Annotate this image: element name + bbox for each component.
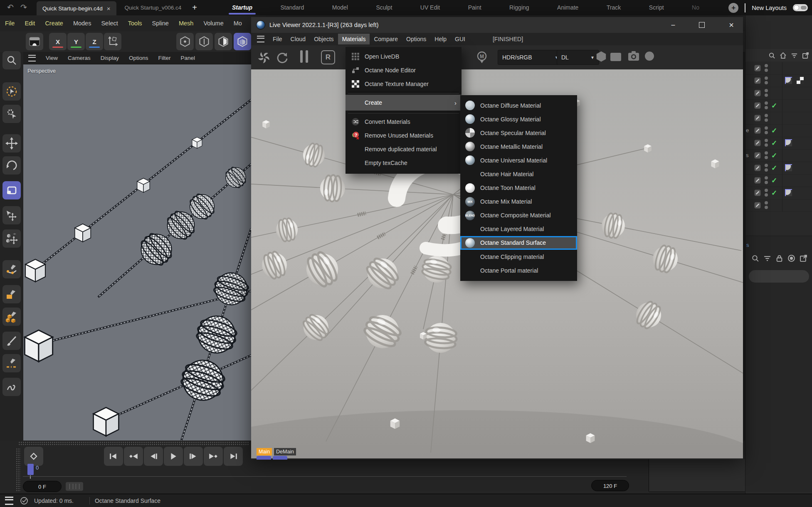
viewer-menu-compare[interactable]: Compare — [370, 34, 402, 44]
state-dots-icon[interactable] — [765, 64, 768, 72]
edit-pencil-icon[interactable] — [754, 115, 761, 121]
hexagon-edges-icon[interactable] — [195, 33, 213, 50]
previous-key-button[interactable] — [124, 447, 143, 466]
search-icon[interactable] — [751, 254, 759, 262]
tag-flag-icon[interactable] — [785, 189, 792, 196]
state-dots-icon[interactable] — [765, 176, 768, 184]
viewport-menu-panel[interactable]: Panel — [181, 55, 195, 61]
enabled-check-icon[interactable]: ✓ — [771, 126, 777, 135]
viewer-menu-cloud[interactable]: Cloud — [286, 34, 310, 44]
menu-edit[interactable]: Edit — [25, 20, 35, 27]
hexagon-points-icon[interactable] — [176, 33, 194, 50]
freehand-spline-icon[interactable] — [2, 378, 21, 396]
edit-pencil-icon[interactable] — [754, 90, 761, 96]
enabled-check-icon[interactable]: ✓ — [771, 101, 777, 110]
viewer-menu-objects[interactable]: Objects — [310, 34, 338, 44]
viewport-menu-icon[interactable] — [28, 55, 36, 62]
render-pass-tag-demain[interactable]: DeMain — [274, 448, 296, 455]
state-dots-icon[interactable] — [765, 114, 768, 122]
octane-logo-icon[interactable] — [257, 50, 271, 64]
object-row[interactable]: ✓ — [745, 100, 812, 112]
object-row[interactable] — [745, 199, 812, 212]
enabled-check-icon[interactable]: ✓ — [771, 139, 777, 148]
layout-tab-sculpt[interactable]: Sculpt — [375, 0, 393, 15]
menu-tools[interactable]: Tools — [128, 20, 142, 27]
timeline-scrollbar[interactable] — [66, 482, 83, 491]
menu-mesh[interactable]: Mesh — [179, 20, 193, 27]
state-dots-icon[interactable] — [765, 201, 768, 209]
submenu-item-standard-surface[interactable]: Octane Standard Surface — [460, 236, 577, 250]
object-row[interactable]: ✓ — [745, 162, 812, 175]
enabled-check-icon[interactable]: ✓ — [771, 189, 777, 197]
add-document-tab-button[interactable]: + — [190, 0, 200, 15]
minimize-icon[interactable]: – — [671, 21, 675, 29]
submenu-item-metallic[interactable]: Octane Metallic Material — [460, 140, 577, 153]
sketch-pen-icon[interactable] — [2, 354, 21, 372]
live-selection-icon[interactable] — [2, 82, 21, 101]
submenu-item-glossy[interactable]: Octane Glossy Material — [460, 112, 577, 126]
state-dots-icon[interactable] — [765, 101, 768, 109]
menu-item-convert-materials[interactable]: Convert Materials — [346, 115, 462, 128]
edit-pencil-icon[interactable] — [754, 152, 761, 159]
edit-pencil-icon[interactable] — [754, 127, 761, 134]
hexagon-polygons-icon[interactable] — [215, 33, 232, 50]
layout-toggle[interactable] — [793, 4, 808, 11]
new-layouts-label[interactable]: New Layouts — [752, 5, 787, 11]
viewport-menu-cameras[interactable]: Cameras — [68, 55, 91, 61]
camera-label[interactable]: Perspective — [27, 68, 56, 74]
enabled-check-icon[interactable]: ✓ — [771, 151, 777, 160]
edit-pencil-icon[interactable] — [754, 165, 761, 171]
submenu-item-universal[interactable]: Octane Universal Material — [460, 153, 577, 167]
go-to-start-button[interactable] — [104, 447, 123, 466]
object-row[interactable] — [745, 62, 812, 75]
texture-tag-icon[interactable] — [797, 77, 804, 84]
archive-box-icon[interactable] — [26, 33, 43, 50]
open-external-icon[interactable] — [800, 254, 807, 262]
edit-pencil-icon[interactable] — [754, 202, 761, 209]
hexagon-icon[interactable] — [595, 50, 607, 63]
live-viewer-title-bar[interactable]: Live Viewer 2022.1.1-[R3] (263 days left… — [251, 17, 743, 33]
object-row[interactable] — [745, 112, 812, 125]
pause-icon[interactable] — [300, 50, 308, 63]
viewer-menu-options[interactable]: Options — [402, 34, 430, 44]
edit-pencil-icon[interactable] — [754, 77, 761, 84]
viewer-menu-help[interactable]: Help — [430, 34, 451, 44]
tag-flag-icon[interactable] — [785, 164, 792, 171]
home-icon[interactable] — [780, 52, 787, 59]
next-key-button[interactable] — [204, 447, 223, 466]
edit-pencil-icon[interactable] — [754, 65, 761, 71]
axis-modify-icon[interactable] — [2, 229, 21, 248]
object-row[interactable]: ✓ — [745, 187, 812, 199]
object-row[interactable]: ✓ — [745, 175, 812, 187]
submenu-item-portal[interactable]: Octane Portal material — [460, 263, 577, 277]
add-layout-icon[interactable]: + — [728, 3, 738, 13]
end-frame-field[interactable]: 120 F — [591, 480, 629, 491]
object-row[interactable]: s✓ — [745, 150, 812, 162]
menu-spline[interactable]: Spline — [152, 20, 169, 27]
color-space-dropdown[interactable]: HDR/sRGB▼ — [498, 50, 563, 65]
object-row[interactable]: ✓ — [745, 137, 812, 150]
layout-tab-model[interactable]: Model — [331, 0, 349, 15]
viewer-menu-file[interactable]: File — [269, 34, 286, 44]
record-keyframe-button[interactable] — [24, 447, 43, 466]
layout-tab-script[interactable]: Script — [648, 0, 665, 15]
move-tool-icon[interactable] — [2, 134, 21, 153]
close-icon[interactable]: × — [729, 20, 734, 30]
menu-item-open-livedb[interactable]: Open LiveDB — [346, 49, 462, 63]
rotate-tool-icon[interactable] — [2, 156, 21, 175]
layout-tab-rigging[interactable]: Rigging — [508, 0, 530, 15]
material-pin-icon[interactable]: M — [475, 50, 489, 64]
state-dots-icon[interactable] — [765, 189, 768, 197]
menu-item-remove-unused[interactable]: ? Remove Unused Materials — [346, 128, 462, 142]
next-frame-button[interactable] — [184, 447, 203, 466]
menu-select[interactable]: Select — [101, 20, 118, 27]
tag-flag-icon[interactable] — [785, 77, 792, 84]
object-row[interactable] — [745, 75, 812, 87]
start-frame-field[interactable]: 0 F — [23, 481, 62, 492]
object-row[interactable] — [745, 87, 812, 100]
viewport-menu-view[interactable]: View — [46, 55, 58, 61]
submenu-item-clipping[interactable]: Octane Clipping material — [460, 250, 577, 263]
panel-grip[interactable] — [18, 441, 249, 445]
state-dots-icon[interactable] — [765, 126, 768, 134]
menu-icon[interactable] — [5, 497, 13, 505]
